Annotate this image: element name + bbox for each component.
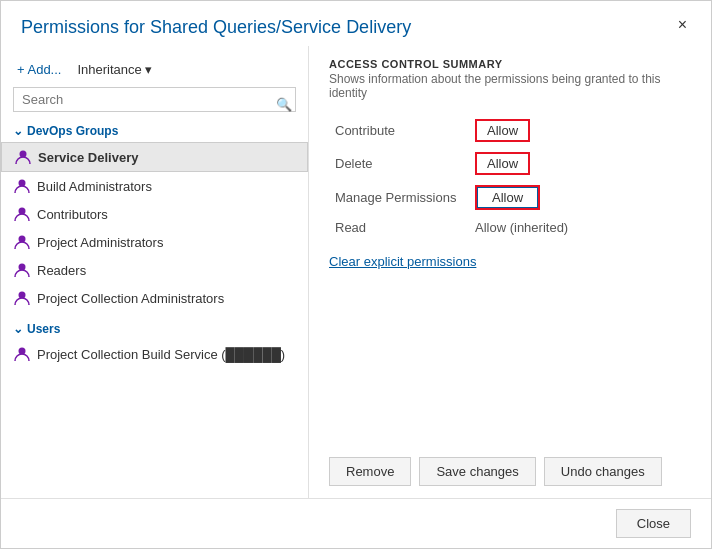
search-input[interactable]	[13, 87, 296, 112]
toolbar: + Add... Inheritance ▾	[1, 56, 308, 87]
group-avatar-icon	[13, 289, 31, 307]
devops-groups-list: Service Delivery Build Administrators Co…	[1, 142, 308, 312]
users-label: ⌄ Users	[1, 318, 308, 340]
perm-name-delete: Delete	[329, 147, 469, 180]
undo-changes-button[interactable]: Undo changes	[544, 457, 662, 486]
permissions-table: Contribute Allow Delete Allow	[329, 114, 691, 240]
permission-row-manage: Manage Permissions Allow	[329, 180, 691, 215]
close-x-button[interactable]: ×	[674, 17, 691, 33]
permissions-dialog: Permissions for Shared Queries/Service D…	[0, 0, 712, 549]
users-list: Project Collection Build Service (██████…	[1, 340, 308, 368]
list-item[interactable]: Contributors	[1, 200, 308, 228]
perm-value-read: Allow (inherited)	[469, 215, 691, 240]
list-item[interactable]: Readers	[1, 256, 308, 284]
list-item[interactable]: Project Collection Administrators	[1, 284, 308, 312]
item-label: Service Delivery	[38, 150, 138, 165]
chevron-down-icon: ▾	[145, 62, 152, 77]
inheritance-label: Inheritance	[77, 62, 141, 77]
list-item[interactable]: Project Collection Build Service (██████…	[1, 340, 308, 368]
permission-row-read: Read Allow (inherited)	[329, 215, 691, 240]
group-avatar-icon	[14, 148, 32, 166]
dialog-header: Permissions for Shared Queries/Service D…	[1, 1, 711, 46]
permission-row-contribute: Contribute Allow	[329, 114, 691, 147]
chevron-down-icon: ⌄	[13, 322, 23, 336]
item-label: Contributors	[37, 207, 108, 222]
group-avatar-icon	[13, 261, 31, 279]
inherited-value-read: Allow (inherited)	[475, 220, 568, 235]
access-control-title: ACCESS CONTROL SUMMARY	[329, 58, 691, 70]
allow-value-contribute: Allow	[477, 121, 528, 140]
item-label: Project Collection Administrators	[37, 291, 224, 306]
dialog-title: Permissions for Shared Queries/Service D…	[21, 17, 411, 38]
left-panel: + Add... Inheritance ▾ 🔍 ⌄ DevOps Groups	[1, 46, 309, 498]
allow-value-manage: Allow	[477, 187, 538, 208]
list-item[interactable]: Build Administrators	[1, 172, 308, 200]
save-changes-button[interactable]: Save changes	[419, 457, 535, 486]
allow-value-delete: Allow	[477, 154, 528, 173]
remove-button[interactable]: Remove	[329, 457, 411, 486]
group-avatar-icon	[13, 233, 31, 251]
action-buttons: Remove Save changes Undo changes	[329, 457, 691, 486]
dialog-body: + Add... Inheritance ▾ 🔍 ⌄ DevOps Groups	[1, 46, 711, 498]
perm-name-read: Read	[329, 215, 469, 240]
group-avatar-icon	[13, 177, 31, 195]
inheritance-button[interactable]: Inheritance ▾	[73, 60, 155, 79]
close-dialog-button[interactable]: Close	[616, 509, 691, 538]
add-button[interactable]: + Add...	[13, 60, 65, 79]
item-label: Readers	[37, 263, 86, 278]
permission-row-delete: Delete Allow	[329, 147, 691, 180]
access-control-description: Shows information about the permissions …	[329, 72, 691, 100]
perm-name-contribute: Contribute	[329, 114, 469, 147]
chevron-down-icon: ⌄	[13, 124, 23, 138]
perm-value-contribute: Allow	[469, 114, 691, 147]
item-label: Project Administrators	[37, 235, 163, 250]
clear-explicit-permissions-link[interactable]: Clear explicit permissions	[329, 254, 691, 269]
search-icon: 🔍	[276, 96, 292, 111]
list-item[interactable]: Project Administrators	[1, 228, 308, 256]
perm-name-manage: Manage Permissions	[329, 180, 469, 215]
user-avatar-icon	[13, 345, 31, 363]
list-item[interactable]: Service Delivery	[1, 142, 308, 172]
perm-value-manage: Allow	[469, 180, 691, 215]
right-panel: ACCESS CONTROL SUMMARY Shows information…	[309, 46, 711, 498]
item-label: Project Collection Build Service (██████…	[37, 347, 285, 362]
dialog-footer: Close	[1, 498, 711, 548]
search-icon-button[interactable]: 🔍	[276, 96, 292, 111]
perm-value-delete: Allow	[469, 147, 691, 180]
group-avatar-icon	[13, 205, 31, 223]
item-label: Build Administrators	[37, 179, 152, 194]
search-container: 🔍	[1, 87, 308, 120]
devops-groups-label: ⌄ DevOps Groups	[1, 120, 308, 142]
